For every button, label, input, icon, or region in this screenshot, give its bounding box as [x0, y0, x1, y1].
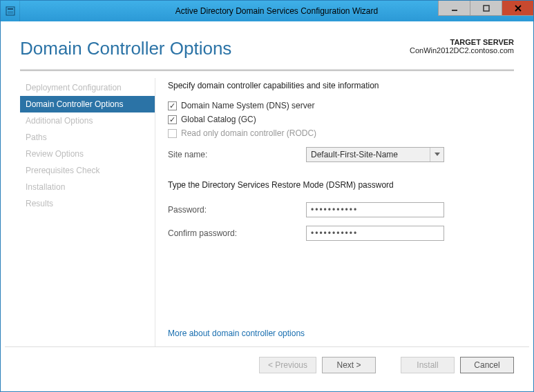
chevron-down-icon	[430, 148, 444, 161]
password-input[interactable]: •••••••••••	[306, 202, 444, 217]
target-server-name: ConWin2012DC2.contoso.com	[410, 46, 514, 55]
svg-rect-2	[8, 11, 13, 14]
gc-checkbox[interactable]	[168, 115, 177, 124]
minimize-button[interactable]	[438, 1, 470, 16]
nav-paths[interactable]: Paths	[20, 129, 155, 146]
nav-domain-controller-options[interactable]: Domain Controller Options	[20, 96, 155, 112]
page-title: Domain Controller Options	[20, 38, 231, 59]
wizard-body: Domain Controller Options TARGET SERVER …	[1, 21, 533, 391]
svg-rect-4	[484, 6, 489, 11]
page-header: Domain Controller Options TARGET SERVER …	[20, 38, 514, 59]
rodc-checkbox-label: Read only domain controller (RODC)	[181, 128, 316, 138]
system-menu-icon[interactable]	[1, 1, 20, 21]
nav-review-options[interactable]: Review Options	[20, 146, 155, 162]
content-spacer	[168, 245, 514, 326]
checkbox-row-gc: Global Catalog (GC)	[168, 115, 514, 124]
password-row: Password: •••••••••••	[168, 202, 514, 217]
site-name-label: Site name:	[168, 150, 306, 159]
password-label: Password:	[168, 205, 306, 215]
footer: < Previous Next > Install Cancel	[20, 347, 514, 383]
window-controls	[438, 1, 533, 16]
more-about-link[interactable]: More about domain controller options	[168, 329, 514, 338]
content-pane: Specify domain controller capabilities a…	[155, 78, 514, 346]
install-button: Install	[401, 357, 455, 373]
nav-prerequisites-check[interactable]: Prerequisites Check	[20, 162, 155, 179]
nav-deployment-configuration[interactable]: Deployment Configuration	[20, 79, 155, 96]
maximize-button[interactable]	[470, 1, 502, 16]
confirm-password-input[interactable]: •••••••••••	[306, 226, 444, 241]
nav-additional-options[interactable]: Additional Options	[20, 112, 155, 129]
previous-button[interactable]: < Previous	[259, 357, 316, 373]
titlebar: Active Directory Domain Services Configu…	[1, 1, 533, 21]
confirm-password-row: Confirm password: •••••••••••	[168, 226, 514, 241]
close-button[interactable]	[502, 1, 533, 16]
gc-checkbox-label: Global Catalog (GC)	[181, 115, 256, 124]
rodc-checkbox	[168, 129, 177, 138]
confirm-password-label: Confirm password:	[168, 228, 306, 238]
dns-checkbox[interactable]	[168, 101, 177, 110]
nav-installation[interactable]: Installation	[20, 179, 155, 195]
site-name-row: Site name: Default-First-Site-Name	[168, 147, 514, 162]
next-button[interactable]: Next >	[322, 357, 376, 373]
main-area: Deployment Configuration Domain Controll…	[20, 78, 514, 346]
target-server-label: TARGET SERVER	[410, 38, 514, 46]
wizard-window: Active Directory Domain Services Configu…	[0, 0, 534, 392]
dsrm-heading: Type the Directory Services Restore Mode…	[168, 180, 514, 190]
svg-rect-1	[8, 8, 13, 10]
capabilities-heading: Specify domain controller capabilities a…	[168, 81, 514, 90]
step-nav: Deployment Configuration Domain Controll…	[20, 78, 155, 346]
cancel-button[interactable]: Cancel	[460, 357, 514, 373]
header-divider	[20, 69, 514, 71]
checkbox-row-rodc: Read only domain controller (RODC)	[168, 128, 514, 138]
target-server-block: TARGET SERVER ConWin2012DC2.contoso.com	[410, 38, 514, 55]
dns-checkbox-label: Domain Name System (DNS) server	[181, 101, 314, 110]
site-name-value: Default-First-Site-Name	[307, 150, 430, 159]
site-name-combobox[interactable]: Default-First-Site-Name	[306, 147, 444, 162]
nav-results[interactable]: Results	[20, 195, 155, 212]
svg-rect-3	[452, 10, 457, 11]
checkbox-row-dns: Domain Name System (DNS) server	[168, 101, 514, 110]
